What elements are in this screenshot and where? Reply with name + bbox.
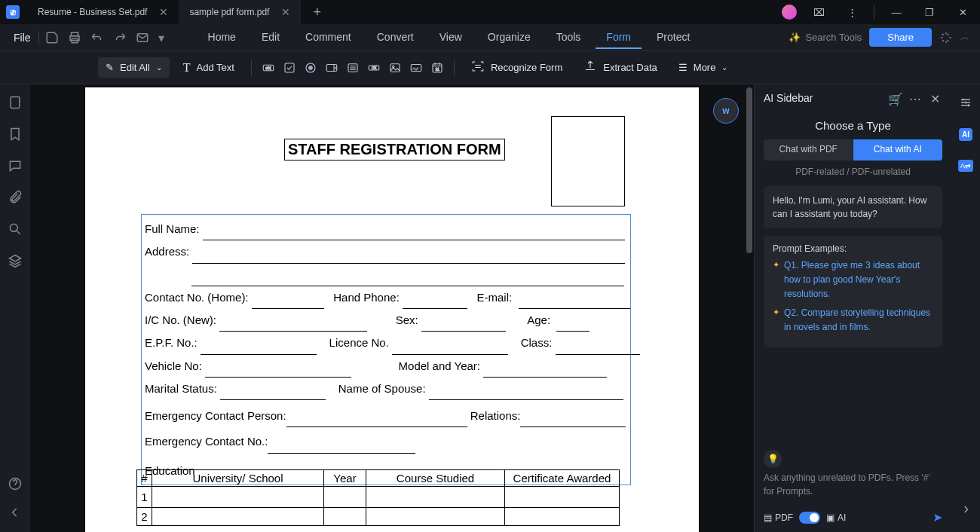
svg-text:31: 31 — [436, 67, 440, 71]
sync-icon[interactable] — [939, 31, 953, 44]
menu-tab-view[interactable]: View — [429, 26, 473, 49]
search-icon[interactable] — [8, 222, 23, 237]
field-label: Relations: — [470, 409, 521, 422]
send-button[interactable]: ➤ — [933, 510, 942, 524]
mode-toggle[interactable] — [799, 512, 820, 524]
right-rail: AI A⇄ — [951, 84, 980, 532]
close-icon[interactable]: ✕ — [930, 92, 942, 104]
canvas-area[interactable]: w STAFF REGISTRATION FORM Full Name: Add… — [30, 84, 754, 532]
redo-icon[interactable] — [113, 31, 127, 44]
extract-data-button[interactable]: Extract Data — [576, 55, 665, 80]
settings-icon[interactable] — [957, 93, 975, 112]
chat-pdf-option[interactable]: Chat with PDF — [764, 139, 853, 161]
form-body[interactable]: Full Name: Address: Contact No. (Home): … — [141, 214, 631, 485]
cart-icon[interactable]: 🛒 — [888, 92, 900, 104]
dropdown-field-icon[interactable] — [324, 60, 339, 75]
translate-icon[interactable]: A⇄ — [957, 157, 975, 175]
chat-icon[interactable]: ⌧ — [807, 7, 830, 18]
edit-all-button[interactable]: ✎ Edit All ⌄ — [98, 57, 170, 78]
chat-ai-option[interactable]: Chat with AI — [853, 139, 943, 161]
field-label: Class: — [521, 336, 553, 349]
thumbnails-icon[interactable] — [8, 95, 23, 110]
text-field-icon[interactable]: ab| — [261, 60, 276, 75]
undo-icon[interactable] — [90, 31, 104, 44]
field-label: Full Name: — [145, 222, 200, 235]
bookmark-icon[interactable] — [8, 127, 23, 142]
help-icon[interactable] — [8, 476, 23, 491]
maximize-button[interactable]: ❐ — [918, 7, 941, 18]
search-placeholder: Search Tools — [805, 32, 862, 43]
example-item[interactable]: ✦ Q1. Please give me 3 ideas about how t… — [773, 258, 933, 302]
watermark-badge[interactable]: w — [713, 98, 739, 124]
row-num: 2 — [137, 508, 152, 526]
prompt-examples: Prompt Examples: ✦ Q1. Please give me 3 … — [764, 236, 942, 347]
recognize-form-button[interactable]: Recognize Form — [464, 55, 570, 80]
close-button[interactable]: ✕ — [951, 7, 974, 18]
file-menu[interactable]: File — [6, 29, 38, 47]
layers-icon[interactable] — [8, 253, 23, 268]
svg-text:ab|: ab| — [265, 66, 271, 70]
education-table: # University/ School Year Course Studied… — [136, 469, 620, 526]
separator — [454, 60, 455, 76]
signature-field-icon[interactable] — [409, 60, 424, 75]
comment-icon[interactable] — [8, 158, 23, 173]
ai-badge-icon[interactable]: AI — [957, 125, 975, 143]
menu-tab-edit[interactable]: Edit — [251, 26, 290, 49]
radio-icon[interactable] — [303, 60, 318, 75]
svg-rect-13 — [390, 63, 400, 72]
dropdown-icon[interactable]: ▾ — [158, 31, 167, 44]
main-area: w STAFF REGISTRATION FORM Full Name: Add… — [0, 84, 980, 532]
add-tab-button[interactable]: + — [308, 5, 326, 20]
close-icon[interactable]: ✕ — [281, 6, 290, 18]
tab-1[interactable]: Resume - Business Set.pdf ✕ — [27, 0, 179, 24]
scrollbar[interactable] — [746, 87, 752, 253]
share-button[interactable]: Share — [869, 28, 932, 47]
blank-line — [392, 332, 508, 354]
avatar[interactable] — [782, 5, 797, 20]
blank-line — [201, 332, 317, 354]
kebab-menu-icon[interactable]: ⋮ — [841, 7, 863, 18]
svg-rect-18 — [11, 97, 20, 109]
print-icon[interactable] — [68, 31, 81, 44]
menu-tab-tools[interactable]: Tools — [546, 26, 592, 49]
menu-tab-organize[interactable]: Organize — [477, 26, 541, 49]
field-label: I/C No. (New): — [145, 313, 216, 326]
more-icon[interactable]: ⋯ — [909, 92, 921, 104]
ai-sidebar: AI Sidebar 🛒 ⋯ ✕ Choose a Type Chat with… — [754, 84, 951, 532]
divider — [38, 31, 39, 44]
image-field-icon[interactable] — [387, 60, 403, 75]
blank-line — [220, 378, 326, 400]
tab-label: Resume - Business Set.pdf — [38, 7, 147, 17]
field-label: Sex: — [396, 313, 418, 326]
field-label: Emergency Contact No.: — [145, 435, 268, 448]
svg-point-19 — [10, 224, 17, 231]
example-item[interactable]: ✦ Q2. Compare storytelling techniques in… — [773, 306, 933, 335]
save-icon[interactable] — [45, 31, 59, 44]
expand-right-icon[interactable] — [957, 500, 975, 518]
list-field-icon[interactable] — [345, 60, 360, 75]
menu-tab-comment[interactable]: Comment — [295, 26, 362, 49]
minimize-button[interactable]: — — [885, 7, 908, 18]
button-field-icon[interactable]: OK — [366, 60, 381, 75]
left-rail — [0, 84, 30, 532]
menu-tab-home[interactable]: Home — [198, 26, 247, 49]
hint-icon[interactable]: 💡 — [764, 450, 782, 468]
collapse-left-icon[interactable] — [8, 505, 23, 520]
date-field-icon[interactable]: 31 — [430, 60, 445, 75]
mail-icon[interactable] — [136, 31, 149, 44]
tab-2[interactable]: sample pdf form.pdf ✕ — [179, 0, 301, 24]
more-button[interactable]: ☰ More ⌄ — [671, 57, 736, 78]
attachment-icon[interactable] — [8, 190, 23, 205]
search-tools[interactable]: ✨ Search Tools — [789, 32, 862, 43]
upload-icon — [583, 60, 597, 75]
divider — [874, 5, 874, 19]
sparkle-icon: ✦ — [773, 306, 779, 335]
add-text-button[interactable]: T Add Text — [176, 57, 242, 79]
blank-line — [203, 218, 625, 240]
menu-tab-convert[interactable]: Convert — [366, 26, 424, 49]
collapse-icon[interactable]: ︿ — [960, 31, 974, 44]
menu-tab-protect[interactable]: Protect — [646, 26, 700, 49]
close-icon[interactable]: ✕ — [159, 6, 168, 18]
checkbox-icon[interactable] — [282, 60, 297, 75]
menu-tab-form[interactable]: Form — [596, 26, 642, 49]
